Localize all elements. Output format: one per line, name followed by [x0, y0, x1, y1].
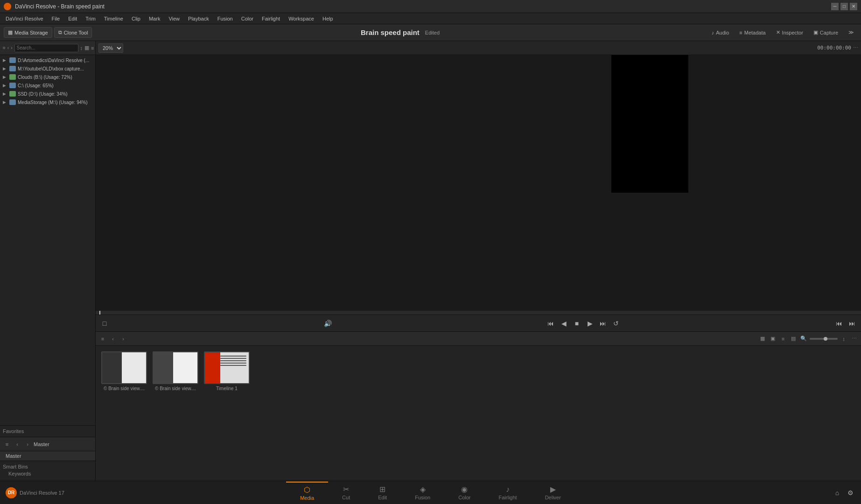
media-item-timeline1[interactable]: Timeline 1 — [204, 351, 250, 391]
menu-item-playback[interactable]: Playback — [184, 15, 213, 22]
main-content: ≡ ‹ › ↕ ▦ ≡ 🔍 ⋯ ▶ D:\Artomedics\DaVinci … — [0, 41, 861, 481]
clone-tool-button[interactable]: ⧉ Clone Tool — [54, 27, 92, 38]
storage-item-0[interactable]: ▶ D:\Artomedics\DaVinci Resolve (... — [0, 56, 95, 64]
capture-label: Capture — [820, 30, 838, 35]
menu-item-edit[interactable]: Edit — [64, 15, 81, 22]
nav-item-edit[interactable]: ⊞ Edit — [364, 482, 401, 503]
menu-item-workspace[interactable]: Workspace — [285, 15, 318, 22]
nav-item-cut[interactable]: ✂ Cut — [328, 482, 364, 503]
capture-button[interactable]: ▣ Capture — [810, 28, 841, 37]
storage-item-3[interactable]: ▶ C:\ (Usage: 65%) — [0, 81, 95, 90]
nav-item-fusion[interactable]: ◈ Fusion — [401, 482, 444, 503]
sort-button[interactable]: ↕ — [80, 45, 83, 51]
menu-item-help[interactable]: Help — [319, 15, 337, 22]
storage-item-4[interactable]: ▶ SSD (D:\) (Usage: 34%) — [0, 90, 95, 98]
menu-item-mark[interactable]: Mark — [145, 15, 164, 22]
minimize-button[interactable]: ─ — [831, 3, 839, 10]
audio-button[interactable]: ♪ Audio — [708, 28, 733, 37]
play-button[interactable]: ▶ — [585, 318, 595, 329]
bins-master-label: Master — [34, 441, 92, 447]
menu-item-davinci-resolve[interactable]: DaVinci Resolve — [2, 15, 47, 22]
menu-item-view[interactable]: View — [165, 15, 183, 22]
toolbar-right: ♪ Audio ≡ Metadata ✕ Inspector ▣ Capture… — [708, 28, 857, 37]
loop-button[interactable]: ↺ — [611, 318, 621, 329]
viewer-options-button[interactable]: □ — [99, 318, 110, 329]
nav-icon-deliver: ▶ — [550, 485, 556, 494]
zoom-select[interactable]: 20% — [98, 43, 123, 53]
menu-item-fairlight[interactable]: Fairlight — [258, 15, 284, 22]
menu-item-file[interactable]: File — [48, 15, 64, 22]
prev-frame-button[interactable]: ⏮ — [546, 318, 556, 329]
step-back-button[interactable]: ◀ — [559, 318, 569, 329]
arrow-icon: ▶ — [3, 75, 7, 79]
toolbar-center: Brain speed paint Edited — [94, 28, 706, 36]
nav-item-color[interactable]: ◉ Color — [444, 482, 484, 503]
stop-button[interactable]: ■ — [572, 318, 582, 329]
arrow-icon: ▶ — [3, 100, 7, 105]
menu-item-color[interactable]: Color — [238, 15, 257, 22]
pool-bigthumb-button[interactable]: ▣ — [769, 335, 777, 343]
preview-scrubber[interactable] — [96, 311, 861, 315]
metadata-button[interactable]: ≡ Metadata — [736, 28, 769, 37]
settings-button[interactable]: ⚙ — [845, 488, 855, 498]
bins-back-button[interactable]: ‹ — [13, 440, 21, 448]
jump-end-button[interactable]: ⏭ — [847, 318, 857, 329]
nav-item-media[interactable]: ⬡ Media — [286, 482, 328, 504]
nav-icon-cut: ✂ — [343, 485, 349, 494]
pool-more-button[interactable]: ⋯ — [850, 335, 858, 343]
volume-button[interactable]: 🔊 — [322, 318, 333, 329]
pool-search-button[interactable]: 🔍 — [799, 335, 808, 343]
close-button[interactable]: ✕ — [850, 3, 857, 10]
storage-item-label: MediaStorage (M:\) (Usage: 94%) — [18, 100, 92, 105]
menu-item-timeline[interactable]: Timeline — [100, 15, 127, 22]
next-frame-button[interactable]: ⏭ — [598, 318, 608, 329]
list-view-button[interactable]: ≡ — [91, 45, 94, 51]
nav-back-button[interactable]: ‹ — [7, 45, 9, 51]
media-storage-button[interactable]: ▦ Media Storage — [4, 27, 52, 38]
bins-collapse-button[interactable]: ≡ — [3, 440, 11, 448]
collapse-button[interactable]: ≡ — [3, 45, 6, 51]
keywords-item[interactable]: Keywords — [3, 469, 92, 478]
storage-search-input[interactable] — [14, 44, 78, 52]
pool-zoom-slider[interactable] — [810, 338, 838, 340]
storage-item-2[interactable]: ▶ Clouds (B:\) (Usage: 72%) — [0, 73, 95, 81]
inspector-button[interactable]: ✕ Inspector — [773, 28, 806, 37]
nav-forward-button[interactable]: › — [11, 45, 12, 51]
pool-grid-button[interactable]: ▦ — [758, 335, 767, 343]
media-pool: ≡ ‹ › ▦ ▣ ≡ ▤ 🔍 ↕ ⋯ — [96, 331, 861, 481]
menu-item-fusion[interactable]: Fusion — [214, 15, 237, 22]
resolve-logo: DR — [6, 487, 17, 498]
menu-item-clip[interactable]: Clip — [128, 15, 144, 22]
media-item-brain1[interactable]: © Brain side view.... — [101, 351, 147, 391]
pool-forward-button[interactable]: › — [119, 335, 127, 343]
grid-view-button[interactable]: ▦ — [84, 45, 89, 51]
arrow-icon: ▶ — [3, 91, 7, 96]
pool-view-options[interactable]: ▤ — [789, 335, 798, 343]
storage-item-5[interactable]: ▶ MediaStorage (M:\) (Usage: 94%) — [0, 98, 95, 106]
nav-item-deliver[interactable]: ▶ Deliver — [531, 482, 575, 503]
jump-start-button[interactable]: ⏮ — [834, 318, 844, 329]
pool-collapse-button[interactable]: ≡ — [98, 335, 107, 343]
media-label-1: © Brain side view.... — [104, 386, 145, 391]
overflow-button[interactable]: ≫ — [845, 28, 857, 37]
media-thumb-3 — [204, 351, 250, 384]
nav-item-fairlight[interactable]: ♪ Fairlight — [485, 483, 531, 503]
resolve-version: DaVinci Resolve 17 — [20, 490, 64, 496]
arrow-icon: ▶ — [3, 58, 7, 63]
preview-controls: □ 🔊 ⏮ ◀ ■ ▶ ⏭ ↺ ⏮ ⏭ — [96, 315, 861, 331]
media-item-brain2[interactable]: © Brain side view.... — [153, 351, 198, 391]
menu-item-trim[interactable]: Trim — [82, 15, 99, 22]
maximize-button[interactable]: □ — [840, 3, 848, 10]
pool-sort-button[interactable]: ↕ — [840, 335, 848, 343]
master-bin[interactable]: Master — [0, 451, 95, 461]
preview-menu-button[interactable]: ⋯ — [853, 45, 858, 51]
storage-item-1[interactable]: ▶ M:\Youtube\OLD\xbox capture... — [0, 64, 95, 73]
center-panel: 20% 00:00:00:00 ⋯ □ 🔊 ⏮ ◀ ■ ▶ — [96, 41, 861, 481]
storage-item-label: C:\ (Usage: 65%) — [18, 83, 92, 88]
app-icon — [4, 3, 11, 10]
home-button[interactable]: ⌂ — [832, 488, 842, 498]
preview-viewport[interactable] — [96, 55, 861, 311]
pool-list-button[interactable]: ≡ — [779, 335, 787, 343]
bins-forward-button[interactable]: › — [23, 440, 32, 448]
pool-back-button[interactable]: ‹ — [109, 335, 117, 343]
